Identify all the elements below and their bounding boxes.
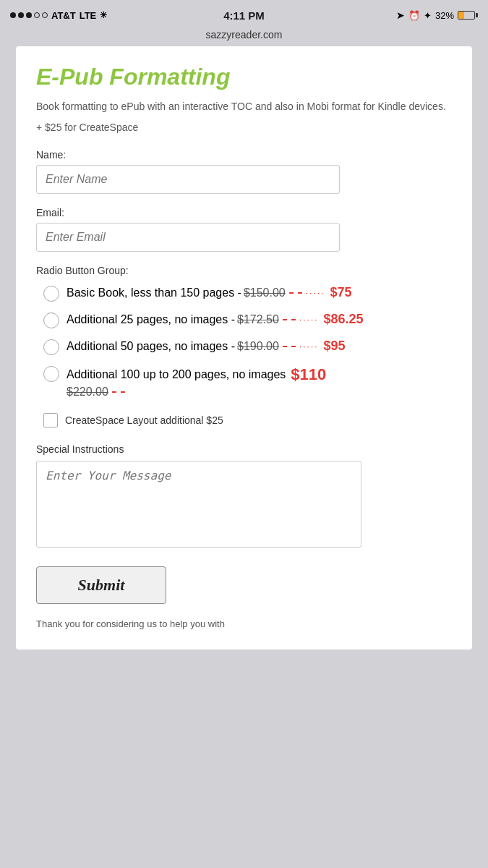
alarm-icon: ⏰ [408, 10, 420, 21]
radio-option-3: Additional 50 pages, no images - $190.00… [43, 339, 452, 355]
signal-dot-1 [10, 12, 16, 18]
radio-btn-1[interactable] [43, 286, 59, 302]
dashed-sep-4 [112, 391, 125, 393]
dotted-2: ····· [299, 315, 319, 325]
footer-text: Thank you for considering us to help you… [36, 618, 452, 629]
radio-btn-4[interactable] [43, 366, 59, 382]
network-icon: ✳ [100, 10, 107, 20]
option-4-line1: Additional 100 up to 200 pages, no image… [67, 365, 326, 384]
createspace-checkbox-label: CreateSpace Layout additional $25 [65, 414, 223, 426]
option-1-original-price: $150.00 [244, 286, 286, 299]
option-2-text: Additional 25 pages, no images - $172.50… [67, 312, 364, 327]
email-label: Email: [36, 207, 452, 218]
option-3-label: Additional 50 pages, no images - [67, 340, 235, 353]
option-4-sale-price: $110 [291, 365, 326, 384]
radio-btn-3[interactable] [43, 339, 59, 355]
network-label: LTE [80, 10, 97, 21]
signal-dot-5 [42, 12, 48, 18]
name-label: Name: [36, 149, 452, 161]
radio-group-label: Radio Button Group: [36, 265, 452, 276]
time-label: 4:11 PM [223, 9, 265, 22]
option-2-label: Additional 25 pages, no images - [67, 313, 235, 326]
status-bar: AT&T LTE ✳ 4:11 PM ➤ ⏰ ✦ 32% [0, 0, 488, 29]
option-3-sale-price: $95 [324, 339, 346, 354]
battery-percent: 32% [435, 10, 454, 21]
status-left: AT&T LTE ✳ [10, 10, 107, 21]
instructions-group: Special Instructions [36, 443, 452, 566]
radio-option-1: Basic Book, less than 150 pages - $150.0… [43, 285, 452, 302]
createspace-checkbox[interactable] [43, 413, 58, 427]
page-title: E-Pub Formatting [36, 64, 452, 90]
location-icon: ➤ [396, 9, 405, 21]
dotted-3: ····· [299, 341, 319, 352]
signal-dot-2 [18, 12, 24, 18]
bluetooth-icon: ✦ [424, 10, 432, 21]
instructions-label: Special Instructions [36, 443, 452, 455]
createspace-checkbox-row: CreateSpace Layout additional $25 [36, 413, 452, 427]
option-2-original-price: $172.50 [237, 313, 279, 326]
name-field-group: Name: [36, 149, 452, 194]
option-4-original-price: $220.00 [67, 386, 108, 399]
radio-option-4: Additional 100 up to 200 pages, no image… [43, 365, 452, 399]
option-1-label: Basic Book, less than 150 pages - [67, 286, 241, 299]
url-bar: sazzyreader.com [0, 29, 488, 46]
dashed-sep-1 [289, 292, 302, 294]
email-input[interactable] [36, 223, 340, 252]
signal-dot-3 [26, 12, 32, 18]
email-field-group: Email: [36, 207, 452, 252]
option-1-sale-price: $75 [330, 285, 351, 300]
radio-option-2: Additional 25 pages, no images - $172.50… [43, 312, 452, 328]
option-3-text: Additional 50 pages, no images - $190.00… [67, 339, 346, 354]
dotted-1: ····· [306, 288, 325, 298]
createspace-note: + $25 for CreateSpace [36, 122, 452, 133]
status-right: ➤ ⏰ ✦ 32% [396, 9, 478, 21]
dashed-sep-2 [283, 319, 296, 320]
signal-dots [10, 12, 48, 18]
battery-indicator [458, 11, 478, 20]
page-description: Book formatting to ePub with an interact… [36, 99, 452, 114]
radio-group-container: Radio Button Group: Basic Book, less tha… [36, 265, 452, 399]
radio-btn-2[interactable] [43, 312, 59, 328]
option-3-original-price: $190.00 [237, 340, 279, 353]
submit-button[interactable]: Submit [36, 566, 166, 604]
carrier-label: AT&T [51, 10, 76, 21]
radio-options-list: Basic Book, less than 150 pages - $150.0… [36, 285, 452, 399]
main-card: E-Pub Formatting Book formatting to ePub… [16, 46, 472, 650]
option-1-text: Basic Book, less than 150 pages - $150.0… [67, 285, 351, 300]
message-textarea[interactable] [36, 461, 361, 548]
option-2-sale-price: $86.25 [324, 312, 364, 327]
url-text: sazzyreader.com [206, 29, 283, 41]
dashed-sep-3 [283, 346, 296, 347]
option-4-text: Additional 100 up to 200 pages, no image… [67, 365, 326, 399]
name-input[interactable] [36, 165, 340, 194]
signal-dot-4 [34, 12, 40, 18]
option-4-line2: $220.00 [67, 386, 326, 399]
option-4-label: Additional 100 up to 200 pages, no image… [67, 368, 286, 381]
